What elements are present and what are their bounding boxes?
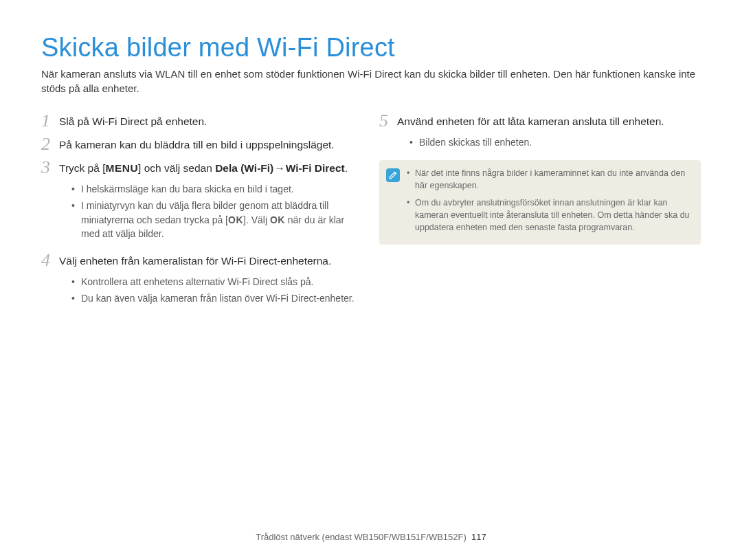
step-4-sublist: Kontrollera att enhetens alternativ Wi-F…: [71, 275, 363, 306]
menu-label: MENU: [105, 162, 138, 174]
pencil-icon: [389, 171, 397, 179]
list-item: Om du avbryter anslutningsförsöket innan…: [407, 197, 691, 234]
step3-bold1: Dela (Wi-Fi): [215, 162, 273, 174]
note-body: När det inte finns några bilder i kamera…: [407, 167, 691, 238]
step3-mid: ] och välj sedan: [138, 162, 215, 174]
step-4: 4 Välj enheten från kameralistan för Wi-…: [41, 251, 363, 269]
intro-paragraph: När kameran ansluts via WLAN till en enh…: [41, 67, 701, 96]
step-5: 5 Använd enheten för att låta kameran an…: [379, 112, 701, 130]
list-item: Du kan även välja kameran från listan öv…: [71, 291, 363, 305]
page-number: 117: [471, 532, 486, 542]
step-number: 4: [41, 251, 59, 269]
step-3: 3 Tryck på [MENU] och välj sedan Dela (W…: [41, 159, 363, 177]
arrow-icon: →: [273, 161, 286, 176]
sub-b-mid: ]. Välj: [243, 214, 270, 225]
step-2: 2 På kameran kan du bläddra till en bild…: [41, 135, 363, 153]
list-item: Kontrollera att enhetens alternativ Wi-F…: [71, 275, 363, 289]
right-column: 5 Använd enheten för att låta kameran an…: [379, 112, 701, 317]
footer-text: Trådlöst nätverk (endast WB150F/WB151F/W…: [256, 532, 466, 542]
step-text: Välj enheten från kameralistan för Wi-Fi…: [59, 251, 331, 269]
step-number: 2: [41, 135, 59, 153]
step-number: 3: [41, 159, 59, 177]
step-1: 1 Slå på Wi-Fi Direct på enheten.: [41, 112, 363, 130]
list-item: I miniatyrvyn kan du välja flera bilder …: [71, 199, 363, 240]
step-number: 1: [41, 112, 59, 130]
step-5-sublist: Bilden skickas till enheten.: [409, 135, 701, 149]
note-icon: [386, 168, 400, 182]
step-text: Slå på Wi-Fi Direct på enheten.: [59, 112, 207, 129]
ok-label: OK: [228, 214, 243, 225]
step-text: Använd enheten för att låta kameran ansl…: [397, 112, 664, 129]
step-text: På kameran kan du bläddra till en bild i…: [59, 135, 335, 153]
list-item: I helskärmsläge kan du bara skicka en bi…: [71, 182, 363, 196]
content-columns: 1 Slå på Wi-Fi Direct på enheten. 2 På k…: [41, 112, 701, 317]
step3-bold2: Wi-Fi Direct: [286, 162, 345, 174]
list-item: När det inte finns några bilder i kamera…: [407, 167, 691, 192]
list-item: Bilden skickas till enheten.: [409, 135, 701, 149]
step-number: 5: [379, 112, 397, 130]
ok-label: OK: [270, 214, 285, 225]
note-box: När det inte finns några bilder i kamera…: [379, 160, 701, 245]
page-title: Skicka bilder med Wi-Fi Direct: [41, 33, 701, 63]
step-3-sublist: I helskärmsläge kan du bara skicka en bi…: [71, 182, 363, 240]
step3-post: .: [345, 162, 348, 174]
left-column: 1 Slå på Wi-Fi Direct på enheten. 2 På k…: [41, 112, 363, 317]
page-footer: Trådlöst nätverk (endast WB150F/WB151F/W…: [0, 532, 742, 542]
step3-pre: Tryck på [: [59, 162, 105, 174]
step-text: Tryck på [MENU] och välj sedan Dela (Wi-…: [59, 159, 348, 176]
